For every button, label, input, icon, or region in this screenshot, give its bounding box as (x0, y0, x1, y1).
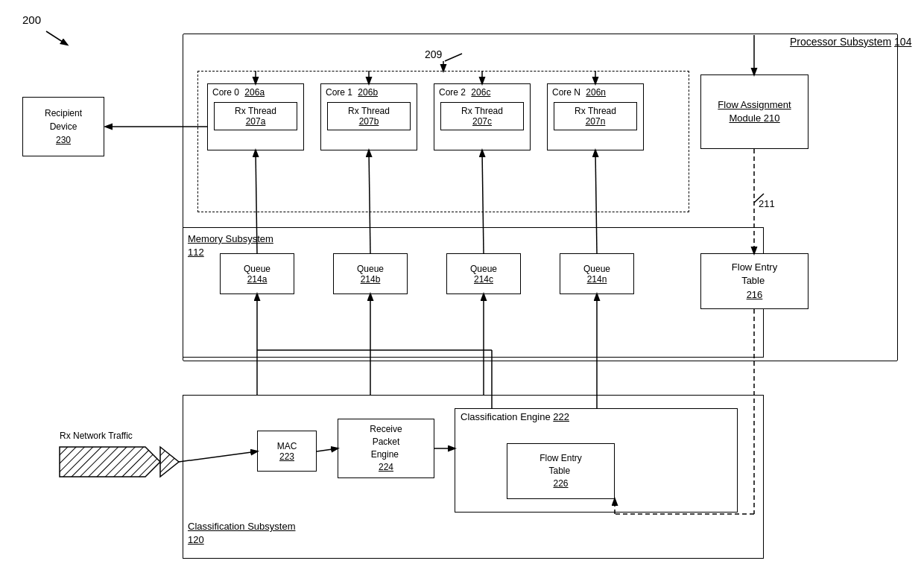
classification-subsystem-label: Classification Subsystem 120 (188, 520, 296, 547)
flow-assignment-module-box: Flow AssignmentModule 210 (700, 74, 808, 149)
queue2-box: Queue214c (446, 253, 521, 294)
queue1-ref: 214b (361, 274, 381, 285)
flow-entry-table-216-box: Flow EntryTable 216 (700, 253, 808, 309)
core0-ref: 206a (244, 87, 265, 98)
core0-rx-thread: Rx Thread207a (214, 102, 297, 130)
classification-engine-label: Classification Engine 222 (461, 411, 569, 422)
classification-subsystem-title: Classification Subsystem (188, 521, 296, 532)
core1-rx-thread: Rx Thread207b (327, 102, 411, 130)
coreN-box: Core N 206n Rx Thread207n (547, 83, 644, 150)
queueN-box: Queue214n (560, 253, 634, 294)
coreN-thread-ref: 207n (586, 116, 606, 127)
rpe-box: ReceivePacketEngine 224 (338, 419, 434, 478)
processor-subsystem-title: Processor Subsystem (790, 36, 891, 48)
queue2-ref: 214c (474, 274, 493, 285)
flow-entry-216-ref: 216 (747, 288, 763, 302)
mac-ref: 223 (279, 451, 294, 462)
core1-thread-ref: 207b (359, 116, 379, 127)
ref-200: 200 (22, 13, 41, 26)
core1-box: Core 1 206b Rx Thread207b (320, 83, 417, 150)
flow-entry-table-226-box: Flow EntryTable 226 (507, 443, 615, 499)
classification-engine-ref: 222 (553, 411, 569, 422)
core2-box: Core 2 206c Rx Thread207c (434, 83, 531, 150)
classification-subsystem-ref: 120 (188, 534, 204, 545)
flow-entry-226-ref: 226 (553, 477, 568, 490)
ref-209: 209 (425, 48, 442, 60)
recipient-device-ref: 230 (56, 133, 71, 147)
core0-thread-ref: 207a (246, 116, 266, 127)
core0-label: Core 0 206a (208, 84, 303, 99)
queue0-box: Queue214a (220, 253, 294, 294)
coreN-rx-thread: Rx Thread207n (554, 102, 637, 130)
core2-rx-thread: Rx Thread207c (440, 102, 524, 130)
recipient-device-box: RecipientDevice230 (22, 97, 104, 156)
rx-network-traffic-label: Rx Network Traffic (60, 431, 133, 441)
queue1-box: Queue214b (333, 253, 408, 294)
core0-box: Core 0 206a Rx Thread207a (207, 83, 304, 150)
processor-subsystem-label: Processor Subsystem 104 (790, 36, 911, 48)
queue0-ref: 214a (247, 274, 268, 285)
flow-assignment-ref: 210 (764, 112, 780, 124)
rpe-ref: 224 (379, 461, 393, 474)
core2-label: Core 2 206c (434, 84, 530, 99)
processor-subsystem-ref: 104 (894, 36, 911, 48)
mac-box: MAC223 (257, 431, 317, 472)
svg-marker-3 (160, 447, 179, 477)
core2-ref: 206c (471, 87, 490, 98)
svg-line-0 (46, 31, 67, 45)
queueN-ref: 214n (587, 274, 607, 285)
flow-assignment-label: Flow AssignmentModule 210 (718, 98, 791, 125)
core1-ref: 206b (358, 87, 378, 98)
svg-marker-2 (60, 447, 160, 477)
memory-subsystem-title: Memory Subsystem (188, 233, 273, 244)
memory-subsystem-ref: 112 (188, 247, 204, 258)
coreN-ref: 206n (586, 87, 606, 98)
diagram: 200 Processor Subsystem 104 Memory Subsy… (0, 0, 924, 587)
core1-label: Core 1 206b (321, 84, 417, 99)
core2-thread-ref: 207c (472, 116, 492, 127)
coreN-label: Core N 206n (548, 84, 643, 99)
